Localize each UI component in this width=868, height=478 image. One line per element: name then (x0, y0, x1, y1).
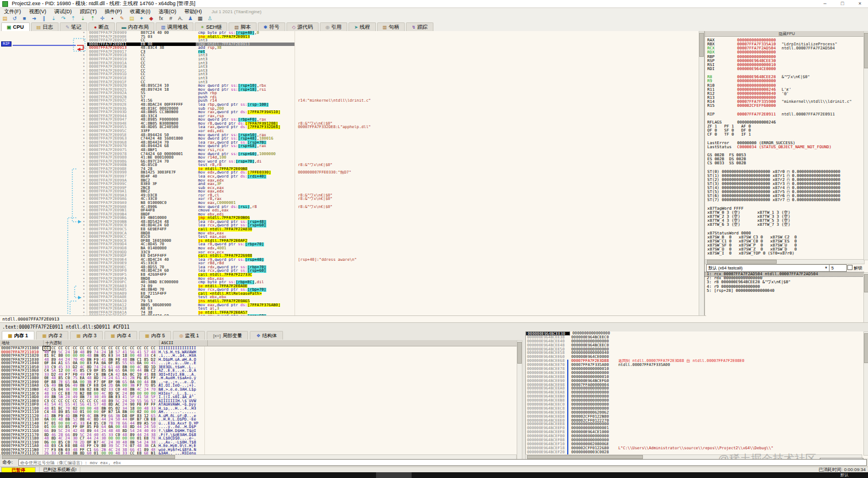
stop-icon[interactable]: ■ (20, 15, 29, 22)
dump-col-hex[interactable]: 十六进制 (44, 340, 160, 346)
register-line[interactable]: R120000000000000040'@' (707, 92, 868, 96)
tab-笔记[interactable]: ✎笔记 (60, 22, 87, 31)
menu-帮助(H)[interactable]: 帮助(H) (180, 8, 206, 15)
memory-dump-panel[interactable]: 地址 十六进制 ASCII 00007FFA7F211000CCCCCCCCCC… (0, 340, 521, 455)
rip-marker: RIP (1, 41, 11, 47)
dump-col-ascii[interactable]: ASCII (160, 340, 208, 346)
menu-插件(P)[interactable]: 插件(P) (101, 8, 126, 15)
register-line[interactable]: R90000000000000000 (707, 79, 868, 83)
menu-跟踪(T)[interactable]: 跟踪(T) (76, 8, 101, 15)
register-line[interactable]: LastStatusC0000034 (STATUS_OBJECT_NAME_N… (707, 145, 868, 149)
menu-收藏夹(I)[interactable]: 收藏夹(I) (126, 8, 155, 15)
open-file-icon[interactable]: ▤ (0, 15, 10, 22)
dump-col-address[interactable]: 地址 (0, 340, 44, 346)
calling-convention-select[interactable]: 默认 (x64 fastcall) ▼ (706, 264, 830, 272)
comment-icon[interactable]: ✦ (137, 15, 146, 22)
register-line[interactable]: RSI0000000000000010 (707, 63, 868, 67)
register-line[interactable]: RIP00007FFA7F2E0911ntdll.00007FFA7F2E091… (707, 113, 868, 117)
run-icon[interactable]: ➜ (29, 15, 39, 22)
stack-panel[interactable]: 000000E964BCEE300000000000000000000000E9… (525, 331, 868, 458)
register-line[interactable]: RDX0000000000000000 (707, 51, 868, 55)
hide-fpu-header[interactable]: 隐藏FPU (705, 31, 868, 37)
register-line[interactable]: RDI000000E964CE0000 (707, 67, 868, 71)
minimize-button[interactable]: – (817, 0, 833, 7)
register-line[interactable]: ST(7) 00000000000000000000 x87r7 □ 0.000… (707, 198, 868, 202)
hash-icon[interactable]: # (166, 15, 176, 22)
register-line[interactable]: R8000000E964BCEE28&"ヷx\n€|$0" (707, 75, 868, 79)
dump-tab-内存 5[interactable]: ▦内存 5 (139, 331, 172, 340)
register-line[interactable]: RCX00007FFA7F2AD504ntdll.00007FFA7F2AD50… (707, 47, 868, 51)
tab-跟踪[interactable]: ↯跟踪 (406, 22, 433, 31)
dump-scrollbar[interactable] (517, 340, 522, 460)
menu-选项(O)[interactable]: 选项(O) (154, 8, 180, 15)
register-line[interactable]: RBP0000000000000000 (707, 55, 868, 59)
disasm-scrollbar[interactable] (699, 31, 704, 317)
tab-调用堆栈[interactable]: ▥调用堆栈 (156, 22, 194, 31)
taskbar-app-button[interactable] (376, 472, 412, 478)
windows-taskbar[interactable]: 默认 (0, 472, 868, 478)
call-argument-row[interactable]: 5: [rsp+28] 0000000000000040 (705, 289, 863, 293)
pause-icon[interactable]: ∥ (39, 15, 49, 22)
chevron-down-icon: ▼ (824, 265, 828, 271)
dump-tab-局部变量[interactable]: [x=]局部变量 (207, 331, 248, 340)
内存 4-icon: ▦ (111, 333, 115, 338)
register-line[interactable]: CF 0 TF 0 IF 1 (707, 133, 868, 137)
eraser-icon[interactable]: ◆ (146, 15, 156, 22)
arg-depth-spinner[interactable]: 5 (829, 264, 847, 272)
tab-句柄[interactable]: ▥句柄 (377, 22, 405, 31)
animate-icon[interactable]: ✛ (98, 15, 107, 22)
disassembly-panel[interactable]: •00007FFA7F2E0909807C24 40 00cmp byte pt… (0, 31, 704, 315)
dump-tab-监视 1[interactable]: ◎监视 1 (173, 331, 205, 340)
tab-引用[interactable]: ◎引用 (320, 22, 347, 31)
tab-日志[interactable]: ▤日志 (31, 22, 59, 31)
dump-tab-结构体[interactable]: ❖结构体 (250, 331, 283, 340)
tab-脚本[interactable]: ▧脚本 (228, 22, 257, 31)
patch-icon[interactable]: ▤ (127, 15, 137, 22)
font-icon[interactable]: A. (176, 15, 185, 22)
register-line[interactable]: x87SW_I 0 x87SW_TOP 0 (ST0=x87r0) (707, 252, 868, 256)
dump-tab-内存 1[interactable]: ▦内存 1 (2, 331, 34, 340)
tab-线程[interactable]: ➤线程 (348, 22, 376, 31)
maximize-button[interactable]: □ (834, 0, 850, 7)
dump-tab-内存 2[interactable]: ▦内存 2 (36, 331, 69, 340)
dump-tab-内存 3[interactable]: ▦内存 3 (70, 331, 103, 340)
stack-scrollbar[interactable] (863, 331, 868, 456)
close-button[interactable]: × (852, 0, 868, 7)
tab-CPU[interactable]: ▣CPU (1, 22, 30, 31)
tab-内存布局[interactable]: ▬内存布局 (116, 22, 154, 31)
step-back-icon[interactable]: ⇡ (88, 15, 98, 22)
help-icon[interactable]: ♙ (205, 15, 215, 22)
restart-icon[interactable]: ↺ (10, 15, 20, 22)
menu-调试(D)[interactable]: 调试(D) (51, 8, 76, 15)
breakpoint-toolbar-icon[interactable]: ▪ (107, 15, 117, 22)
step-over-icon[interactable]: ↷ (59, 15, 68, 22)
run-to-user-icon[interactable]: ⇣ (78, 15, 88, 22)
stack-frame-bracket (567, 360, 568, 458)
registers-scrollbar[interactable] (863, 31, 868, 260)
register-line[interactable]: R1400007FFA7F335900"minkernel\\ntdll\\ld… (707, 100, 868, 104)
update-icon[interactable]: ♟ (185, 15, 195, 22)
脚本-icon: ▧ (234, 25, 239, 30)
tab-SEH链[interactable]: ⚭SEH链 (195, 22, 227, 31)
step-out-icon[interactable]: ⇡ (68, 15, 78, 22)
command-input[interactable] (18, 459, 867, 466)
register-line[interactable]: R15000002CFEFF60000 (707, 104, 868, 108)
dump-tab-内存 4[interactable]: ▦内存 4 (104, 331, 137, 340)
menu-文件(F)[interactable]: 文件(F) (0, 8, 25, 15)
register-line[interactable] (707, 117, 868, 121)
tab-断点[interactable]: ●断点 (88, 22, 115, 31)
register-line[interactable]: RSP000000E964BCEE30 (707, 59, 868, 63)
step-into-icon[interactable]: ⇣ (49, 15, 59, 22)
calc-icon[interactable]: ▦ (195, 15, 205, 22)
tab-源代码[interactable]: ◇源代码 (286, 22, 319, 31)
跟踪-icon: ↯ (412, 25, 416, 30)
registers-hscrollbar[interactable] (705, 259, 865, 264)
register-line[interactable]: CS 0033 SS 002B (707, 161, 868, 165)
pencil-icon[interactable]: ✎ (117, 15, 127, 22)
register-line[interactable]: x87TW_6 3 (空) x87TW_7 3 (空) (707, 223, 868, 227)
menu-视图(V)[interactable]: 视图(V) (25, 8, 51, 15)
tab-符号[interactable]: ✱符号 (258, 22, 285, 31)
fx-icon[interactable]: fx (156, 15, 166, 22)
符号-icon: ✱ (264, 25, 268, 30)
unlock-checkbox[interactable]: 解锁 (847, 265, 862, 271)
